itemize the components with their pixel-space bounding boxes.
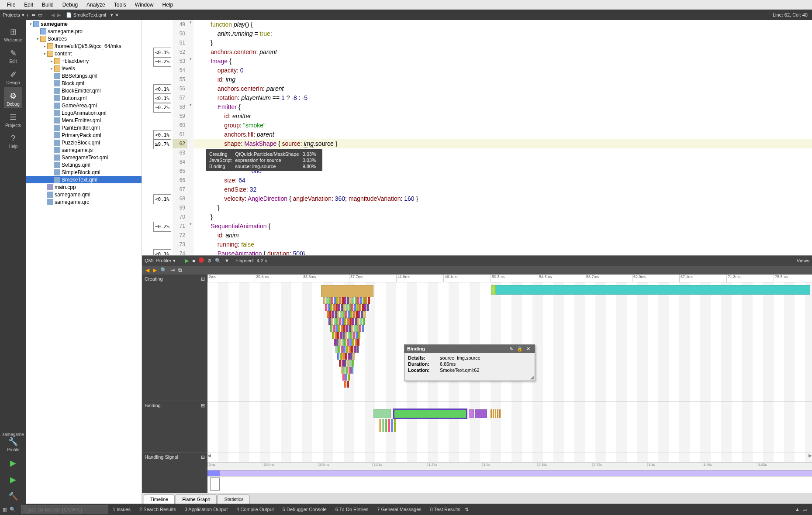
tree-item[interactable]: MenuEmitter.qml: [26, 117, 142, 124]
category-creating[interactable]: Creating⊞: [142, 275, 207, 401]
close-icon[interactable]: ✕: [525, 346, 532, 352]
tree-item[interactable]: GameArea.qml: [26, 102, 142, 109]
tree-item[interactable]: ▸levels: [26, 65, 142, 72]
profiler-tab-timeline[interactable]: Timeline: [144, 494, 175, 504]
disable-icon[interactable]: ⊘: [206, 258, 213, 264]
tree-item[interactable]: PaintEmitter.qml: [26, 124, 142, 131]
tree-item[interactable]: samegame.qrc: [26, 198, 142, 206]
output-pane-tab[interactable]: 6 To-Do Entries: [331, 507, 373, 512]
tree-item[interactable]: Button.qml: [26, 94, 142, 102]
binding-track[interactable]: [207, 401, 812, 453]
up-icon[interactable]: ▲: [795, 507, 800, 512]
sidebar-toggle-icon[interactable]: ▥: [3, 507, 7, 512]
overview-strip[interactable]: [207, 470, 812, 476]
close-output-icon[interactable]: ▭: [800, 507, 809, 512]
kit-selector[interactable]: samegame 🔧 Profile: [0, 428, 26, 454]
outline-icon[interactable]: ▭: [38, 12, 42, 18]
debug-run-button[interactable]: ▶: [0, 470, 26, 487]
layers-icon[interactable]: ⧉: [176, 267, 184, 273]
filter-icon[interactable]: ▼: [223, 258, 231, 263]
output-pane-tab[interactable]: 7 General Messages: [373, 507, 426, 512]
nav-prev-icon[interactable]: ◀: [144, 267, 151, 273]
tree-item[interactable]: PrimaryPack.qml: [26, 131, 142, 139]
menu-window[interactable]: Window: [131, 2, 158, 8]
output-pane-tab[interactable]: 3 Application Output: [180, 507, 232, 512]
profiler-tab-statistics[interactable]: Statistics: [218, 494, 250, 504]
output-pane-tab[interactable]: 8 Test Results: [426, 507, 465, 512]
tree-item[interactable]: ▸+blackberry: [26, 57, 142, 65]
edit-icon[interactable]: ✎: [508, 346, 515, 352]
tree-item[interactable]: BlockEmitter.qml: [26, 87, 142, 94]
overview-selector[interactable]: [207, 476, 812, 493]
tree-item[interactable]: samegame.js: [26, 146, 142, 154]
record-icon[interactable]: [197, 258, 206, 264]
output-pane-tab[interactable]: 2 Search Results: [135, 507, 180, 512]
output-pane-tab[interactable]: 1 Issues: [108, 507, 135, 512]
stop-icon[interactable]: ■: [190, 258, 197, 263]
tree-item[interactable]: Block.qml: [26, 79, 142, 87]
profiler-nav: ◀ ▶ 🔍 ⇥ ⧉: [142, 266, 812, 275]
views-button[interactable]: Views: [797, 258, 809, 263]
tree-item[interactable]: ▾Sources: [26, 35, 142, 42]
code-editor[interactable]: <0.1%~0.2%<0.1%<0.1%~0.2%<0.1%≥9.7%<0.1%…: [142, 20, 812, 255]
tree-item[interactable]: main.cpp: [26, 183, 142, 191]
expand-icon[interactable]: ⊞: [201, 454, 205, 460]
search-icon[interactable]: 🔍: [213, 258, 223, 264]
menu-analyze[interactable]: Analyze: [82, 2, 110, 8]
tree-item[interactable]: SimpleBlock.qml: [26, 168, 142, 176]
tree-item[interactable]: samegame.pro: [26, 27, 142, 35]
tree-item[interactable]: LogoAnimation.qml: [26, 109, 142, 117]
signal-track[interactable]: ◀▶: [207, 453, 812, 462]
zoom-icon[interactable]: 🔍: [159, 267, 169, 273]
tree-item[interactable]: ▸/home/ulf/Qt/5.9/gcc_64/mks: [26, 42, 142, 50]
expand-icon[interactable]: ⊞: [201, 276, 205, 282]
menu-file[interactable]: File: [3, 2, 20, 8]
mode-edit[interactable]: ✎Edit: [4, 44, 22, 65]
fold-gutter[interactable]: ▾▾▾▾▾: [187, 20, 193, 255]
category-binding[interactable]: Binding⊞: [142, 401, 207, 453]
tree-item[interactable]: ▾content: [26, 50, 142, 57]
menu-help[interactable]: Help: [158, 2, 178, 8]
tree-item[interactable]: SamegameText.qml: [26, 154, 142, 161]
menu-build[interactable]: Build: [38, 2, 58, 8]
mode-debug[interactable]: ⚙Debug: [4, 87, 22, 108]
tree-item[interactable]: PuzzleBlock.qml: [26, 139, 142, 146]
profiler-tab-flame-graph[interactable]: Flame Graph: [176, 494, 217, 504]
play-icon[interactable]: ▶: [183, 258, 190, 264]
tree-item[interactable]: samegame.qml: [26, 191, 142, 198]
file-tab[interactable]: 📄 SmokeText.qml: [63, 12, 109, 18]
close-tab-icon[interactable]: ✕: [115, 12, 119, 18]
time-ruler[interactable]: 2ms29.4ms33.6ms37.7ms41.9ms46.1ms50.3ms5…: [207, 275, 812, 282]
nav-fwd-icon[interactable]: ▶: [55, 12, 63, 18]
mode-help[interactable]: ?Help: [4, 130, 22, 151]
mode-projects[interactable]: ☰Projects: [4, 108, 22, 130]
menu-debug[interactable]: Debug: [58, 2, 82, 8]
link-icon[interactable]: ⇔: [29, 12, 38, 18]
output-pane-tab[interactable]: 5 Debugger Console: [278, 507, 331, 512]
projects-selector[interactable]: Projects: [3, 12, 20, 17]
tree-item[interactable]: BBSettings.qml: [26, 72, 142, 79]
run-button[interactable]: ▶: [0, 454, 26, 470]
overview-ruler[interactable]: 0ms 362ms 653ms 1.01s 1.37s 1.6s 2.39s 2…: [207, 462, 812, 470]
menu-edit[interactable]: Edit: [20, 2, 38, 8]
tree-item[interactable]: SmokeText.qml: [26, 176, 142, 183]
menu-tools[interactable]: Tools: [110, 2, 131, 8]
nav-next-icon[interactable]: ▶: [151, 267, 159, 273]
pane-menu-icon[interactable]: ⇅: [465, 507, 469, 512]
creating-track[interactable]: [207, 282, 812, 401]
profiler-tabs: TimelineFlame GraphStatistics: [142, 493, 812, 504]
expand-icon[interactable]: ⊞: [201, 403, 205, 409]
nav-back-icon[interactable]: ◀: [51, 12, 55, 18]
tree-item[interactable]: Settings.qml: [26, 161, 142, 168]
locator-input[interactable]: [21, 505, 108, 514]
code-area[interactable]: function play() { anim.running = true; }…: [193, 20, 812, 255]
category-handling-signal[interactable]: Handling Signal⊞: [142, 453, 207, 462]
project-tree[interactable]: ▾samegamesamegame.pro▾Sources▸/home/ulf/…: [26, 20, 142, 504]
goto-icon[interactable]: ⇥: [169, 267, 176, 273]
mode-welcome[interactable]: ⊞Welcome: [4, 23, 22, 44]
build-button[interactable]: 🔨: [0, 487, 26, 504]
tree-item[interactable]: ▾samegame: [26, 20, 142, 27]
mode-design[interactable]: ✐Design: [4, 65, 22, 87]
output-pane-tab[interactable]: 4 Compile Output: [232, 507, 278, 512]
lock-icon[interactable]: 🔒: [515, 346, 525, 352]
